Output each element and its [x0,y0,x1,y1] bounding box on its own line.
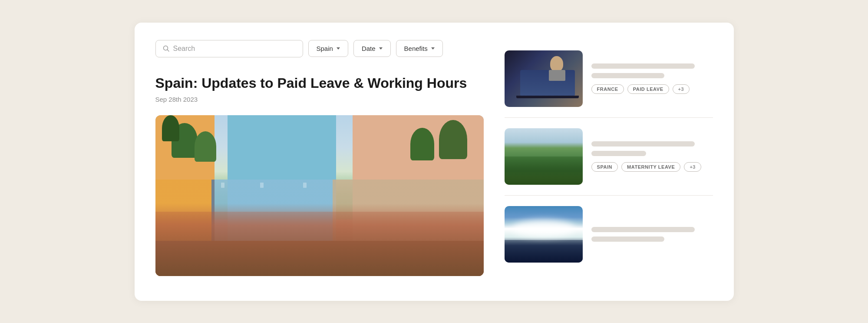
street-overlay [155,241,484,276]
spain-scene-illustration [155,115,484,276]
tag-paid-leave: PAID LEAVE [627,84,669,94]
mountains-image [505,206,583,263]
list-item[interactable] [505,196,713,273]
article-meta-2: SPAIN MATERNITY LEAVE +3 [591,128,713,185]
window-decoration [221,183,224,188]
spain-filter-button[interactable]: Spain [308,40,348,57]
title-placeholder [591,63,695,69]
tag-plus-3: +3 [673,84,690,94]
search-icon [163,45,170,52]
article-meta-1: FRANCE PAID LEAVE +3 [591,50,713,107]
article-date: Sep 28th 2023 [155,96,484,103]
article-thumbnail-2 [505,128,583,185]
tree-decoration [162,115,179,141]
window-decoration [260,183,264,188]
search-box[interactable]: Search [155,40,303,57]
subtitle-placeholder [591,73,664,78]
benefits-filter-label: Benefits [404,45,428,52]
tag-france: FRANCE [591,84,624,94]
article-thumbnail-3 [505,206,583,263]
window-decoration [303,183,307,188]
article-thumbnail-1 [505,50,583,107]
article-title: Spain: Updates to Paid Leave & Working H… [155,75,484,91]
foreground-overlay [155,212,484,276]
right-panel: FRANCE PAID LEAVE +3 SPAIN MATERNITY LEA… [505,40,713,283]
tag-spain: SPAIN [591,162,618,172]
toolbar: Search Spain Date Benefits [155,40,484,57]
tag-plus-3b: +3 [684,162,701,172]
buildings-overlay [155,180,484,276]
tree-decoration [195,131,216,162]
article-tags-2: SPAIN MATERNITY LEAVE +3 [591,162,713,172]
hills-image [505,128,583,185]
title-placeholder [591,227,695,232]
svg-line-1 [167,50,169,51]
article-hero-image [155,115,484,276]
search-placeholder-text: Search [173,45,195,53]
list-item[interactable]: SPAIN MATERNITY LEAVE +3 [505,118,713,196]
date-filter-button[interactable]: Date [353,40,391,57]
article-meta-3 [591,206,713,263]
title-placeholder [591,141,695,147]
date-filter-label: Date [362,45,376,52]
main-card: Search Spain Date Benefits Spain: Update… [135,23,734,301]
subtitle-placeholder [591,236,664,242]
left-panel: Search Spain Date Benefits Spain: Update… [155,40,484,283]
spain-chevron-icon [337,47,340,50]
tree-decoration [410,128,434,160]
spain-filter-label: Spain [317,45,333,52]
date-chevron-icon [379,47,383,50]
laptop-image [505,50,583,107]
subtitle-placeholder [591,151,646,156]
tree-decoration [439,120,467,159]
tag-maternity-leave: MATERNITY LEAVE [621,162,680,172]
list-item[interactable]: FRANCE PAID LEAVE +3 [505,40,713,118]
benefits-chevron-icon [431,47,435,50]
article-tags-1: FRANCE PAID LEAVE +3 [591,84,713,94]
benefits-filter-button[interactable]: Benefits [396,40,443,57]
